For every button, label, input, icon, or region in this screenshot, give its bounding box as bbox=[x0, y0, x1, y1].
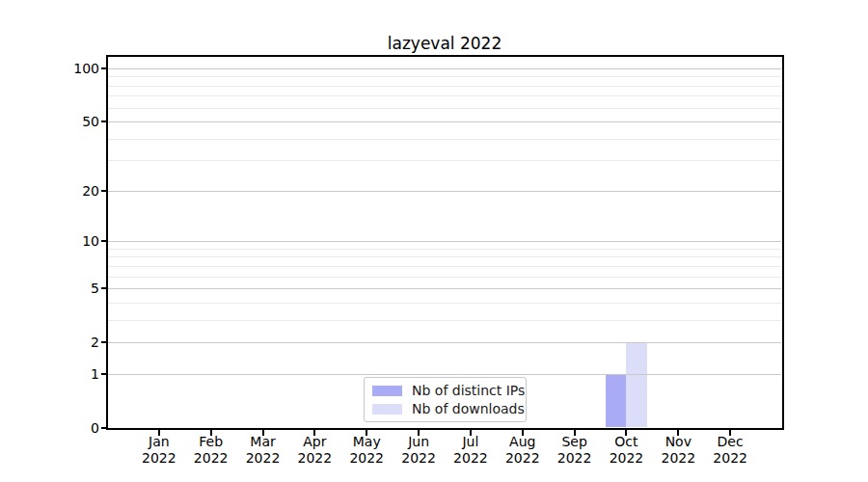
chart-title: lazyeval 2022 bbox=[107, 34, 782, 53]
y-tick-mark bbox=[101, 341, 107, 343]
y-tick-mark bbox=[101, 287, 107, 289]
legend-label-downloads: Nb of downloads bbox=[412, 401, 525, 416]
x-tick-label: Dec 2022 bbox=[692, 434, 769, 467]
y-tick-label: 50 bbox=[41, 112, 99, 131]
y-tick-label: 2 bbox=[41, 333, 99, 352]
y-tick-mark bbox=[101, 190, 107, 192]
y-tick-label: 20 bbox=[41, 181, 99, 201]
y-tick-mark bbox=[101, 120, 107, 122]
y-tick-mark bbox=[101, 427, 107, 429]
plot-area bbox=[106, 55, 784, 430]
y-tick-label: 1 bbox=[41, 364, 99, 384]
y-tick-label: 100 bbox=[41, 59, 99, 78]
y-tick-label: 0 bbox=[41, 418, 99, 438]
download-stats-chart: lazyeval 2022 Nb of distinct IPs Nb of d… bbox=[0, 0, 868, 482]
legend-label-distinct-ips: Nb of distinct IPs bbox=[412, 383, 525, 398]
y-tick-label: 5 bbox=[41, 279, 99, 298]
y-tick-label: 10 bbox=[41, 231, 99, 251]
legend-item-downloads: Nb of downloads bbox=[372, 401, 526, 416]
legend-item-distinct-ips: Nb of distinct IPs bbox=[372, 383, 526, 398]
y-tick-mark bbox=[101, 240, 107, 242]
legend: Nb of distinct IPs Nb of downloads bbox=[364, 377, 527, 422]
legend-swatch-downloads bbox=[372, 404, 402, 415]
legend-swatch-distinct-ips bbox=[372, 386, 402, 396]
y-tick-mark bbox=[101, 373, 107, 375]
y-tick-mark bbox=[101, 67, 107, 69]
